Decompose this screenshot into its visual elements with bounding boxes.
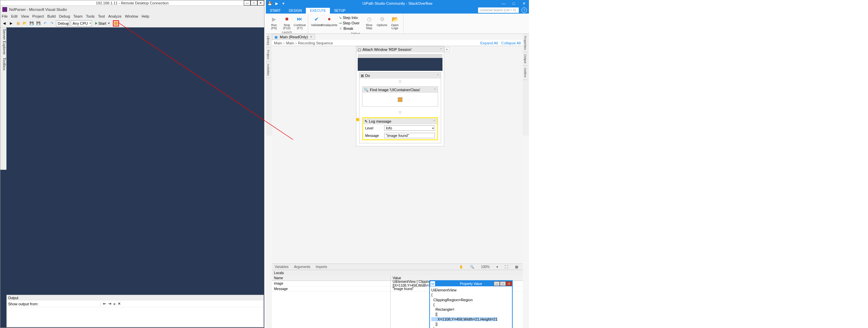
outline-tab[interactable]: Outline	[523, 66, 528, 80]
attach-window-activity[interactable]: ▢Attach Window 'RDP Session'⌃ ≡ ⊞Do⌃ ▽ 🔍…	[356, 46, 444, 146]
project-tab[interactable]: Project	[266, 48, 271, 62]
save-icon[interactable]: 💾	[268, 1, 272, 5]
break-button[interactable]: ⏸Break	[337, 26, 361, 31]
popup-maximize[interactable]: □	[500, 281, 506, 286]
level-dropdown[interactable]: Info	[384, 125, 435, 131]
close-button[interactable]: ✕	[257, 0, 264, 5]
search-input[interactable]: Universal Search (Ctrl + F)	[478, 7, 519, 13]
menu-edit[interactable]: Edit	[11, 14, 18, 18]
collapse-icon[interactable]: ⌃	[434, 88, 436, 91]
overview-icon[interactable]: ▦	[512, 265, 521, 269]
popup-close[interactable]: ✕	[506, 281, 512, 286]
workflow: ▢Attach Window 'RDP Session'⌃ ≡ ⊞Do⌃ ▽ 🔍…	[356, 46, 444, 149]
new-project-icon[interactable]: ▦	[15, 21, 21, 26]
output-icon-3[interactable]: ≡	[113, 302, 115, 306]
tab-start[interactable]: START	[266, 8, 285, 14]
open-logs-button[interactable]: 📂Open Logs	[389, 14, 401, 30]
step-into-button[interactable]: ➘Step Into	[337, 15, 361, 20]
nav-back-icon[interactable]: ◀	[2, 21, 7, 26]
menu-test[interactable]: Test	[98, 14, 105, 18]
menu-build[interactable]: Build	[47, 14, 56, 18]
output-icon-1[interactable]: ⇤	[103, 302, 106, 306]
collapse-all-button[interactable]: Collapse All	[501, 41, 521, 45]
window-icon: ▢	[358, 47, 361, 52]
log-message-activity[interactable]: ✎Log message⌃ LevelInfo Message"image fo…	[362, 117, 438, 140]
popup-body[interactable]: UiElementView { ClippingRegion=Region { …	[430, 286, 512, 328]
minimize-button[interactable]: —	[498, 0, 509, 7]
qat-more-icon[interactable]: ▾	[281, 1, 285, 5]
run-icon[interactable]: ▶	[275, 1, 279, 5]
locals-row-message[interactable]: Message	[272, 286, 390, 292]
play-icon	[95, 22, 97, 25]
help-icon[interactable]: ?	[521, 7, 527, 13]
menu-window[interactable]: Window	[125, 14, 138, 18]
maximize-button[interactable]: □	[251, 0, 257, 5]
menu-view[interactable]: View	[21, 14, 29, 18]
step-over-button[interactable]: ➙Step Over	[337, 20, 361, 26]
collapse-icon[interactable]: ⌃	[440, 48, 442, 51]
message-input[interactable]: "image found"	[384, 133, 435, 138]
menu-analyze[interactable]: Analyze	[108, 14, 121, 18]
run-button[interactable]: ▶Run (F5)	[268, 14, 280, 30]
redo-icon[interactable]: ↷	[49, 21, 55, 26]
save-all-icon[interactable]: 💾	[36, 21, 41, 26]
undo-icon[interactable]: ↶	[42, 21, 48, 26]
variables-tab[interactable]: Variables	[272, 265, 291, 269]
crumb-recording[interactable]: Recording Sequence	[298, 41, 333, 45]
menu-file[interactable]: File	[2, 14, 8, 18]
pan-icon[interactable]: ✋	[456, 265, 466, 269]
activities-tab[interactable]: Activities	[266, 62, 271, 78]
platform-dropdown[interactable]: Any CPU	[71, 20, 92, 26]
locals-name-column: Name image Message	[272, 275, 391, 328]
menu-debug[interactable]: Debug	[59, 14, 70, 18]
properties-tab[interactable]: Properties	[523, 34, 528, 52]
tab-execute[interactable]: EXECUTE	[306, 8, 330, 14]
options-button[interactable]: ⚙Options	[376, 14, 388, 27]
output-icon-2[interactable]: ⇥	[108, 302, 111, 306]
tab-setup[interactable]: SETUP	[330, 8, 349, 14]
locals-row-image[interactable]: image	[272, 281, 390, 286]
library-tab[interactable]: Library	[266, 34, 271, 48]
arguments-tab[interactable]: Arguments	[291, 265, 313, 269]
stop-button[interactable]: ■Stop (F12)	[281, 14, 293, 30]
toolbox-tab[interactable]: Toolbox	[2, 58, 6, 70]
validate-button[interactable]: ✔Validate	[310, 14, 322, 27]
menu-tools[interactable]: Tools	[86, 14, 95, 18]
menu-team[interactable]: Team	[74, 14, 83, 18]
nav-fwd-icon[interactable]: ▶	[8, 21, 14, 26]
do-sequence[interactable]: ⊞Do⌃ ▽ 🔍Find Image 'UIContainerClass'⌃ ▽	[359, 72, 441, 143]
find-image-activity[interactable]: 🔍Find Image 'UIContainerClass'⌃	[362, 86, 438, 107]
zoom-icon[interactable]: 🔍	[467, 265, 477, 269]
menu-help[interactable]: Help	[142, 14, 150, 18]
highlighted-toolbar-button[interactable]	[113, 20, 119, 26]
designer-canvas[interactable]: ▢Attach Window 'RDP Session'⌃ ≡ ⊞Do⌃ ▽ 🔍…	[272, 46, 523, 264]
continue-button[interactable]: ⏭Continue (F7)	[294, 14, 306, 30]
crumb-main2[interactable]: Main	[286, 41, 294, 45]
options-menu-icon[interactable]: ≡	[445, 47, 449, 52]
crumb-main[interactable]: Main	[274, 41, 282, 45]
slow-step-button[interactable]: ◷Slow Step	[363, 14, 375, 30]
maximize-button[interactable]: □	[509, 0, 519, 7]
save-icon[interactable]: 💾	[29, 21, 34, 26]
close-tab-icon[interactable]: ✕	[310, 35, 313, 39]
minimize-button[interactable]: —	[244, 0, 251, 5]
output-clear-icon[interactable]: ✕	[118, 302, 121, 306]
breakpoints-button[interactable]: ●Breakpoints	[323, 14, 335, 27]
imports-tab[interactable]: Imports	[313, 265, 330, 269]
config-dropdown[interactable]: Debug	[56, 20, 70, 26]
expand-all-button[interactable]: Expand All	[480, 41, 498, 45]
popup-minimize[interactable]: —	[494, 281, 500, 286]
start-button[interactable]: Start ▾	[93, 20, 112, 26]
collapse-icon[interactable]: ⌃	[433, 120, 436, 123]
close-button[interactable]: ✕	[519, 0, 529, 7]
tab-design[interactable]: DESIGN	[285, 8, 306, 14]
server-explorer-tab[interactable]: Server Explorer	[2, 29, 6, 55]
open-file-icon[interactable]: 📂	[22, 21, 27, 26]
collapse-icon[interactable]: ⌃	[437, 74, 439, 77]
document-tab[interactable]: ▣ Main (ReadOnly) ✕	[272, 34, 315, 40]
zoom-level[interactable]: 100%	[478, 265, 492, 269]
fit-icon[interactable]: ⛶	[502, 265, 511, 269]
popup-title: Property Value	[460, 282, 482, 286]
menu-project[interactable]: Project	[32, 14, 44, 18]
output-tab[interactable]: Output	[523, 52, 528, 66]
